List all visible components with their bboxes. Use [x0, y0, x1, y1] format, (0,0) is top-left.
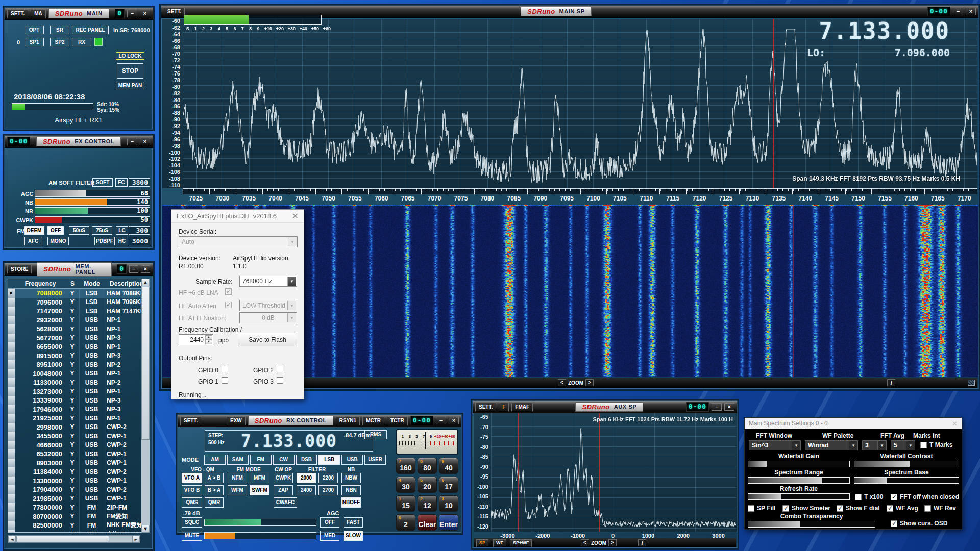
mode-cw-button[interactable]: CW: [273, 455, 295, 465]
agc-slow-button[interactable]: SLOW: [344, 531, 363, 541]
table-row[interactable]: 8903000YUSBCWP-1: [8, 459, 149, 468]
spectrum-range-slider[interactable]: [748, 477, 850, 484]
keypad-6-button[interactable]: 617: [439, 477, 458, 493]
b-to-a-button[interactable]: B > A: [205, 485, 224, 495]
afc-button[interactable]: AFC: [24, 237, 42, 245]
clear-button[interactable]: Clear: [418, 514, 437, 531]
volume-slider[interactable]: [204, 532, 316, 539]
rx-frequency-display[interactable]: 7.133.000: [241, 431, 337, 451]
nboff-button[interactable]: NBOFF: [341, 497, 361, 508]
cwpk-slider[interactable]: 50: [35, 216, 150, 223]
sr-button[interactable]: SR: [50, 26, 69, 34]
a-to-b-button[interactable]: A > B: [205, 473, 224, 483]
f-button[interactable]: F: [499, 403, 509, 412]
lna-checkbox[interactable]: [225, 288, 232, 295]
close-icon[interactable]: ✕: [952, 420, 958, 427]
table-row[interactable]: 11330000YUSBNP-2: [8, 378, 149, 387]
fft-window-dropdown[interactable]: Sin^3▼: [749, 440, 801, 450]
aux-spectrum-plot[interactable]: -65-70-75-80-85-90-95-100-105-110-115-12…: [474, 413, 737, 532]
zoom-out-button[interactable]: <: [581, 539, 589, 546]
close-button[interactable]: ×: [140, 10, 150, 17]
table-row[interactable]: 77800000YFMZIP-FM: [8, 503, 149, 512]
fmaf-button[interactable]: FMAF: [511, 403, 533, 412]
waterfall-contrast-slider[interactable]: [854, 461, 959, 467]
table-row[interactable]: 13300000YUSBCWP-1: [8, 477, 149, 486]
hc-button[interactable]: HC: [116, 237, 128, 245]
soft-button[interactable]: SOFT: [92, 178, 113, 187]
keypad-0-button[interactable]: 02: [396, 514, 415, 531]
table-row[interactable]: 80700000YFMFM愛知: [8, 512, 149, 521]
settings-button[interactable]: SETT.: [180, 416, 201, 425]
sample-rate-dropdown[interactable]: 768000 Hz▼: [239, 276, 297, 287]
filter-2400-button[interactable]: 2400: [297, 485, 316, 495]
table-row[interactable]: 6655000YUSBNP-1: [8, 342, 149, 352]
table-row[interactable]: 11384000YUSBCWP-2: [8, 467, 149, 477]
minimize-button[interactable]: –: [712, 403, 722, 411]
table-row[interactable]: 4666000YUSBCWP-2: [8, 441, 149, 450]
table-row[interactable]: 7096000YLSBHAM 7096KHz: [8, 298, 149, 307]
keypad-1-button[interactable]: 115: [396, 495, 415, 512]
close-icon[interactable]: ✕: [292, 212, 299, 220]
zoom-in-button[interactable]: >: [585, 379, 594, 386]
sp-wf-view-button[interactable]: SP+WF: [510, 539, 532, 547]
fc-button[interactable]: FC: [115, 178, 128, 187]
fft-avg-dropdown[interactable]: 3▼: [862, 440, 887, 450]
lo-lock-button[interactable]: LO LOCK: [116, 52, 144, 60]
sp-fill-checkbox[interactable]: [748, 505, 754, 512]
table-row[interactable]: 6532000YUSBCWP-1: [8, 449, 149, 459]
filter-2000-button[interactable]: 2000: [297, 473, 316, 483]
table-row[interactable]: 7147000YLSBHAM 7147KHz: [8, 307, 149, 316]
table-row[interactable]: 13273000YUSBNP-1: [8, 387, 149, 396]
gpio2-checkbox[interactable]: [277, 366, 283, 372]
table-row[interactable]: 10048000YUSBNP-1: [8, 369, 149, 379]
waterfall-gain-slider[interactable]: [748, 461, 850, 467]
rec-panel-button[interactable]: REC PANEL: [72, 26, 109, 34]
wf-palette-dropdown[interactable]: Winrad▼: [805, 440, 858, 450]
show-f-dial-checkbox[interactable]: [837, 505, 843, 512]
cwpk-button[interactable]: CWPK: [274, 473, 293, 483]
deemphasis-75us-button[interactable]: 75uS: [92, 226, 112, 235]
mode-lsb-button[interactable]: LSB: [318, 455, 340, 465]
gpio1-checkbox[interactable]: [222, 377, 228, 384]
table-row[interactable]: 3455000YUSBCWP-1: [8, 432, 149, 441]
calibration-spinner[interactable]: 2440 ▲▼: [179, 334, 213, 345]
exw-button[interactable]: EXW: [227, 416, 246, 425]
filter-2200-button[interactable]: 2200: [318, 473, 338, 483]
nr-slider[interactable]: 100: [35, 207, 150, 214]
mono-button[interactable]: MONO: [47, 237, 69, 245]
show-smeter-checkbox[interactable]: [782, 505, 789, 512]
show-curs-osd-checkbox[interactable]: [891, 520, 897, 527]
combo-transparency-slider[interactable]: [748, 521, 875, 528]
minimize-button[interactable]: –: [127, 10, 137, 17]
table-row[interactable]: 82500000YFMNHK FM愛知: [8, 521, 149, 530]
hf-attenuation-dropdown[interactable]: 0 dB▼: [239, 312, 297, 323]
spin-up-icon[interactable]: ▲: [205, 335, 212, 340]
keypad-4-button[interactable]: 430: [396, 477, 415, 493]
column-frequency[interactable]: Frequency: [15, 280, 65, 287]
sp1-button[interactable]: SP1: [24, 38, 44, 46]
close-button[interactable]: ×: [724, 403, 734, 411]
fft-off-checkbox[interactable]: [891, 494, 897, 500]
mode-sam-button[interactable]: SAM: [227, 455, 249, 465]
wf-rev-checkbox[interactable]: [924, 505, 931, 512]
threshold-dropdown[interactable]: LOW Threshold▼: [239, 300, 297, 311]
sp-view-button[interactable]: SP: [476, 539, 488, 547]
settings-button[interactable]: SETT.: [475, 403, 496, 412]
qmr-button[interactable]: QMR: [205, 497, 224, 508]
spectrum-plot[interactable]: -60-62-64-66-68-70-72-74-76-78-80-82-84-…: [162, 19, 977, 188]
close-button[interactable]: ×: [140, 138, 150, 145]
deemphasis-off-button[interactable]: OFF: [47, 226, 64, 235]
column-mode[interactable]: Mode: [80, 280, 104, 287]
close-button[interactable]: ×: [449, 417, 459, 424]
gpio0-checkbox[interactable]: [222, 366, 228, 372]
deem-button[interactable]: DEEM: [24, 226, 44, 235]
rx-button[interactable]: RX: [72, 38, 91, 46]
refresh-rate-slider[interactable]: [748, 493, 850, 500]
rsyn1-button[interactable]: RSYN1: [336, 416, 360, 425]
agc-slider[interactable]: 68: [35, 190, 150, 197]
step-value[interactable]: 500 Hz: [208, 440, 225, 445]
wf-avg-checkbox[interactable]: [887, 505, 893, 512]
keypad-7-button[interactable]: 7160: [396, 458, 415, 474]
qms-button[interactable]: QMS: [182, 497, 202, 508]
table-row[interactable]: 5677000YUSBNP-3: [8, 334, 149, 343]
